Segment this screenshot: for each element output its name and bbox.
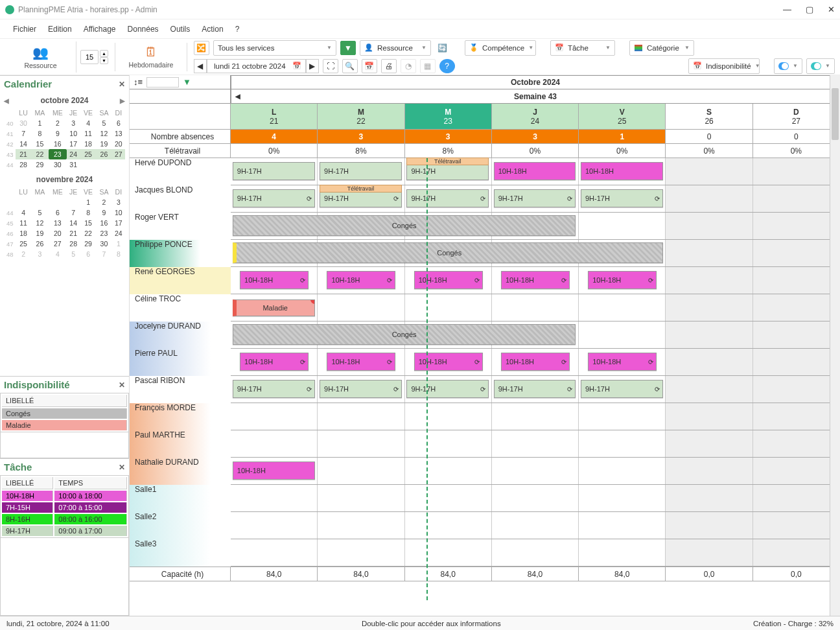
tache-dropdown[interactable]: 📅 Tâche ▼ [550, 40, 615, 56]
task-block[interactable]: 10H-18H⟳ [414, 353, 483, 371]
close-icon[interactable]: ✕ [119, 80, 125, 89]
task-block[interactable]: Congés [233, 324, 576, 345]
print-icon[interactable]: 🖨 [381, 59, 397, 73]
calendar-day[interactable]: 9 [96, 207, 111, 218]
resource-cell[interactable]: Pascal RIBON [130, 376, 231, 403]
calendar-day[interactable]: 17 [112, 218, 125, 228]
calendar-day[interactable]: 13 [49, 218, 66, 228]
refresh-icon[interactable]: 🔄 [435, 41, 450, 55]
calendar-day[interactable]: 9 [49, 128, 66, 139]
task-block[interactable]: 9H-17H⟳ [494, 380, 576, 398]
resource-button[interactable]: 👥 Ressource [5, 41, 76, 73]
calendar-day[interactable]: 3 [112, 197, 125, 207]
prev-month[interactable]: ◀ [4, 97, 9, 104]
day-header[interactable]: S26 [666, 104, 752, 130]
hierarchy-icon[interactable]: 🔀 [194, 41, 209, 55]
calendar-day[interactable]: 31 [67, 159, 80, 170]
calendar-day[interactable]: 2 [16, 249, 30, 259]
resource-cell[interactable]: Pierre PAUL [130, 349, 231, 376]
zoom-icon[interactable]: 🔍 [342, 59, 358, 73]
task-block[interactable]: 9H-17H⟳ [581, 189, 663, 207]
task-block[interactable]: 9H-17H⟳ [406, 189, 489, 207]
calendar-day[interactable]: 22 [80, 228, 96, 239]
task-block[interactable]: 10H-18H⟳ [588, 271, 657, 289]
calendar-day[interactable]: 3 [31, 249, 49, 259]
calendar-day[interactable]: 6 [112, 118, 125, 128]
calendar-day[interactable] [67, 197, 80, 207]
calendar-day[interactable]: 30 [49, 159, 66, 170]
task-block[interactable]: 10H-18H [494, 162, 576, 180]
calendar-day[interactable]: 11 [16, 218, 30, 228]
day-header[interactable]: M23 [405, 104, 492, 130]
calendar-day[interactable]: 6 [80, 249, 96, 259]
indispo-item[interactable]: Maladie [2, 420, 127, 430]
task-block[interactable]: 9H-17H⟳ [320, 380, 402, 398]
calendar-day[interactable]: 27 [49, 239, 66, 249]
task-block[interactable]: 9H-17H⟳ [406, 380, 489, 398]
calendar-day[interactable]: 10 [67, 128, 80, 139]
calendar-day[interactable]: 7 [96, 249, 111, 259]
calendar-day[interactable]: 23 [96, 228, 111, 239]
task-block[interactable]: 10H-18H⟳ [414, 271, 483, 289]
calendar-day[interactable]: 12 [31, 218, 49, 228]
calendar-day[interactable]: 8 [112, 249, 125, 259]
tache-item[interactable]: 7H-15H [2, 502, 53, 513]
calendar-day[interactable]: 28 [16, 159, 30, 170]
day-header[interactable]: D27 [753, 104, 840, 130]
toggle-teal[interactable]: ▼ [806, 58, 835, 74]
categorie-dropdown[interactable]: Catégorie ▼ [629, 40, 694, 56]
day-header[interactable]: L21 [231, 104, 318, 130]
tache-item[interactable]: 10H-18H [2, 491, 53, 501]
prev-day[interactable]: ◀ [194, 59, 207, 73]
calendar-day[interactable]: 22 [31, 149, 49, 159]
calendar-day[interactable]: 24 [112, 228, 125, 239]
calendar-day[interactable] [31, 197, 49, 207]
menu-affichage[interactable]: Affichage [84, 25, 116, 34]
task-block[interactable]: 9H-17H⟳ [233, 380, 315, 398]
col-temps[interactable]: TEMPS [54, 477, 127, 489]
filter-icon[interactable]: ▼ [183, 77, 191, 87]
col-libelle[interactable]: LIBELLÉ [2, 395, 127, 407]
calendar-day[interactable]: 7 [16, 128, 30, 139]
resource-cell[interactable]: Paul MARTHE [130, 430, 231, 458]
calendar-day[interactable]: 7 [67, 207, 80, 218]
day-header[interactable]: M22 [318, 104, 404, 130]
task-block[interactable]: 10H-18H⟳ [588, 353, 657, 371]
competence-dropdown[interactable]: 🏅 Compétence ▼ [465, 40, 536, 56]
calendar-day[interactable]: 10 [112, 207, 125, 218]
day-header[interactable]: J24 [492, 104, 579, 130]
tache-item[interactable]: 8H-16H [2, 514, 53, 524]
resource-cell[interactable]: Céline TROC [130, 294, 231, 322]
menu-outils[interactable]: Outils [170, 25, 191, 34]
task-block[interactable]: 9H-17H [320, 162, 402, 180]
view-button[interactable]: 🗓 Hebdomadaire [122, 41, 180, 73]
minimize-icon[interactable]: — [783, 5, 791, 14]
maximize-icon[interactable]: ▢ [806, 5, 813, 14]
chart-icon[interactable]: ◔ [401, 59, 416, 73]
calendar-day[interactable]: 1 [112, 239, 125, 249]
task-block[interactable]: 10H-18H⟳ [501, 271, 570, 289]
resource-cell[interactable]: Philippe PONCE [130, 240, 231, 267]
calendar-day[interactable]: 4 [80, 118, 96, 128]
menu-edition[interactable]: Edition [48, 25, 72, 34]
calendar-day[interactable]: 19 [96, 139, 111, 149]
toggle-blue[interactable]: ▼ [774, 58, 802, 74]
calendar-day[interactable]: 20 [49, 228, 66, 239]
calendar-day[interactable]: 2 [49, 118, 66, 128]
step-up[interactable]: ▲ [100, 50, 108, 57]
resource-search-input[interactable] [146, 77, 179, 88]
col-libelle[interactable]: LIBELLÉ [2, 477, 53, 489]
resource-cell[interactable]: Jocelyne DURAND [130, 322, 231, 349]
calendar-day[interactable]: 18 [80, 139, 96, 149]
calendar-day[interactable]: 12 [96, 128, 111, 139]
task-block[interactable]: Congés [233, 215, 576, 236]
calendar-day[interactable]: 14 [16, 139, 30, 149]
task-block[interactable]: 10H-18H⟳ [240, 353, 309, 371]
calendar-day[interactable]: 1 [80, 197, 96, 207]
task-block[interactable]: 10H-18H⟳ [327, 353, 395, 371]
menu-?[interactable]: ? [235, 25, 240, 34]
resource-cell[interactable]: François MORDE [130, 403, 231, 430]
calendar-day[interactable]: 16 [49, 139, 66, 149]
resource-cell[interactable]: Salle3 [130, 539, 231, 567]
calendar-day[interactable]: 16 [96, 218, 111, 228]
